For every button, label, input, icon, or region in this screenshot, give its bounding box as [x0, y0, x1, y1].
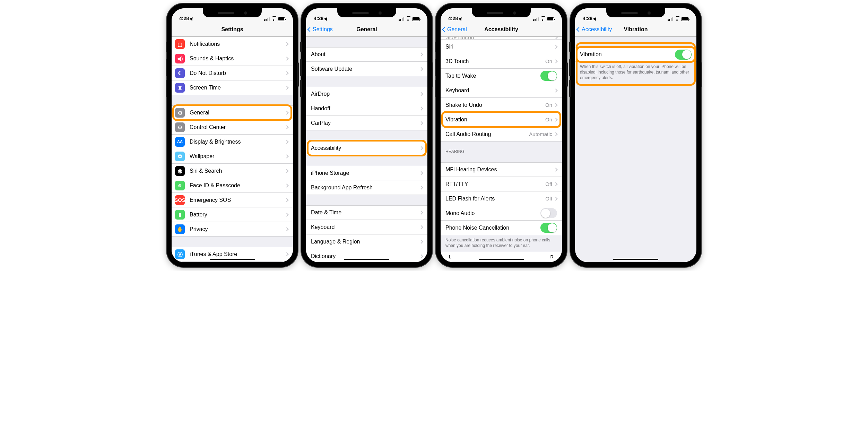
wifi-icon	[675, 17, 680, 21]
chevron-right-icon	[554, 168, 557, 171]
row-label: CarPlay	[311, 120, 420, 126]
settings-row[interactable]: AADisplay & Brightness	[172, 135, 293, 149]
settings-row[interactable]: ◉Siri & Search	[172, 164, 293, 178]
settings-row[interactable]: Language & Region	[306, 234, 427, 249]
settings-row[interactable]: CarPlay	[306, 116, 427, 130]
settings-row[interactable]: ◀︎)Sounds & Haptics	[172, 51, 293, 66]
page-title: Settings	[172, 26, 293, 33]
battery-icon	[681, 17, 689, 21]
settings-row[interactable]: ▢Notifications	[172, 37, 293, 51]
settings-row[interactable]: Handoff	[306, 101, 427, 116]
settings-row[interactable]: Call Audio RoutingAutomatic	[441, 127, 562, 142]
settings-row[interactable]: Tap to Wake	[441, 69, 562, 83]
row-label: Vibration	[445, 117, 545, 123]
chevron-right-icon	[285, 111, 288, 114]
settings-row[interactable]: Keyboard	[441, 83, 562, 98]
navbar: SettingsGeneral	[306, 22, 427, 37]
chevron-right-icon	[285, 42, 288, 46]
row-label: Siri	[445, 44, 554, 50]
row-label: Sounds & Haptics	[190, 55, 285, 62]
signal-bars-icon	[264, 17, 270, 21]
battery-icon	[278, 17, 285, 21]
section-header: HEARING	[441, 142, 562, 156]
settings-row[interactable]: ✿Wallpaper	[172, 149, 293, 164]
settings-row[interactable]: ☾Do Not Disturb	[172, 66, 293, 80]
chevron-right-icon	[285, 183, 288, 187]
settings-row[interactable]: Accessibility	[306, 141, 427, 155]
app-icon: ⧗	[175, 83, 185, 93]
notch	[337, 8, 396, 17]
settings-row[interactable]: Vibration	[575, 47, 696, 62]
row-label: AirDrop	[311, 91, 420, 97]
toggle-switch[interactable]	[540, 208, 557, 218]
chevron-right-icon	[419, 211, 423, 214]
settings-row[interactable]: Siri	[441, 40, 562, 54]
row-label: Keyboard	[311, 224, 420, 230]
settings-row[interactable]: ☻Face ID & Passcode	[172, 178, 293, 193]
app-icon: ▢	[175, 39, 185, 49]
back-button[interactable]: General	[441, 26, 467, 33]
chevron-right-icon	[419, 186, 423, 189]
chevron-right-icon	[554, 118, 557, 121]
settings-row[interactable]: ⊙Control Center	[172, 120, 293, 135]
phone-frame: 4:28SettingsGeneralAboutSoftware UpdateA…	[301, 3, 432, 267]
notch	[472, 8, 531, 17]
chevron-right-icon	[554, 45, 557, 49]
row-label: Tap to Wake	[445, 73, 540, 79]
settings-row[interactable]: ✋Privacy	[172, 222, 293, 237]
row-detail: Off	[545, 196, 552, 202]
settings-row[interactable]: SOSEmergency SOS	[172, 193, 293, 207]
row-label: RTT/TTY	[445, 181, 545, 187]
status-time: 4:28	[448, 16, 458, 21]
settings-row[interactable]: Phone Noise Cancellation	[441, 221, 562, 235]
row-label: General	[190, 110, 285, 116]
settings-row[interactable]: Shake to UndoOn	[441, 98, 562, 112]
settings-row[interactable]: About	[306, 47, 427, 62]
back-button[interactable]: Accessibility	[575, 26, 612, 33]
home-indicator	[344, 259, 389, 260]
row-label: About	[311, 51, 420, 58]
settings-row[interactable]: Software Update	[306, 62, 427, 76]
chevron-right-icon	[554, 88, 557, 92]
settings-row[interactable]: Mono Audio	[441, 206, 562, 221]
toggle-switch[interactable]	[675, 50, 692, 60]
app-icon: Ⓐ	[175, 249, 185, 259]
app-icon: ⚙︎	[175, 108, 185, 118]
settings-row[interactable]: MFi Hearing Devices	[441, 162, 562, 177]
settings-row[interactable]: Keyboard	[306, 220, 427, 234]
row-label: Battery	[190, 212, 285, 218]
settings-row[interactable]: ▮Battery	[172, 207, 293, 222]
settings-row[interactable]: Dictionary	[306, 249, 427, 262]
navbar: GeneralAccessibility	[441, 22, 562, 37]
settings-row[interactable]: Background App Refresh	[306, 180, 427, 195]
settings-row[interactable]: LED Flash for AlertsOff	[441, 191, 562, 206]
battery-icon	[547, 17, 554, 21]
row-label: Shake to Undo	[445, 102, 545, 108]
row-label: Mono Audio	[445, 210, 540, 216]
settings-row[interactable]: iPhone Storage	[306, 166, 427, 180]
settings-row[interactable]: VibrationOn	[441, 112, 562, 127]
chevron-right-icon	[419, 106, 423, 110]
chevron-right-icon	[554, 197, 557, 200]
chevron-left-icon	[576, 27, 581, 32]
settings-row[interactable]: ⚙︎General	[172, 105, 293, 120]
row-label: Accessibility	[311, 145, 420, 151]
row-detail: Off	[545, 181, 552, 187]
home-indicator	[479, 259, 524, 260]
toggle-switch[interactable]	[540, 223, 557, 233]
row-label: Keyboard	[445, 87, 554, 94]
back-button[interactable]: Settings	[306, 26, 333, 33]
settings-row[interactable]: RTT/TTYOff	[441, 177, 562, 191]
settings-row[interactable]: AirDrop	[306, 87, 427, 101]
row-label: Siri & Search	[190, 168, 285, 174]
row-detail: Automatic	[529, 131, 552, 137]
row-detail: On	[545, 58, 552, 64]
settings-row[interactable]: 3D TouchOn	[441, 54, 562, 69]
toggle-switch[interactable]	[540, 71, 557, 81]
chevron-right-icon	[554, 182, 557, 186]
settings-row[interactable]: ▬Wallet & Apple Pay	[172, 262, 293, 262]
chevron-right-icon	[285, 57, 288, 60]
settings-row[interactable]: Side Button	[441, 37, 562, 40]
settings-row[interactable]: Date & Time	[306, 205, 427, 220]
settings-row[interactable]: ⧗Screen Time	[172, 80, 293, 95]
